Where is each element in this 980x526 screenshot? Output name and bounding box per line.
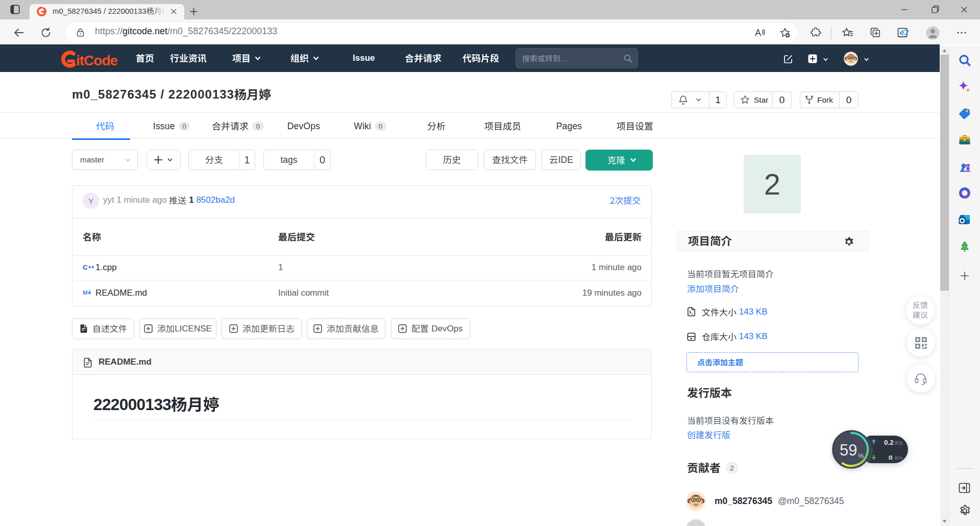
svg-text:0: 0 — [889, 454, 893, 460]
svg-text:K/s: K/s — [895, 455, 903, 460]
svg-text:%: % — [858, 452, 864, 460]
svg-text:59: 59 — [840, 441, 857, 459]
svg-text:K/s: K/s — [895, 440, 903, 446]
svg-text:0.2: 0.2 — [884, 439, 894, 446]
svg-text:itCode: itCode — [76, 53, 118, 68]
svg-text:M: M — [83, 290, 88, 296]
svg-text:C: C — [83, 264, 88, 271]
